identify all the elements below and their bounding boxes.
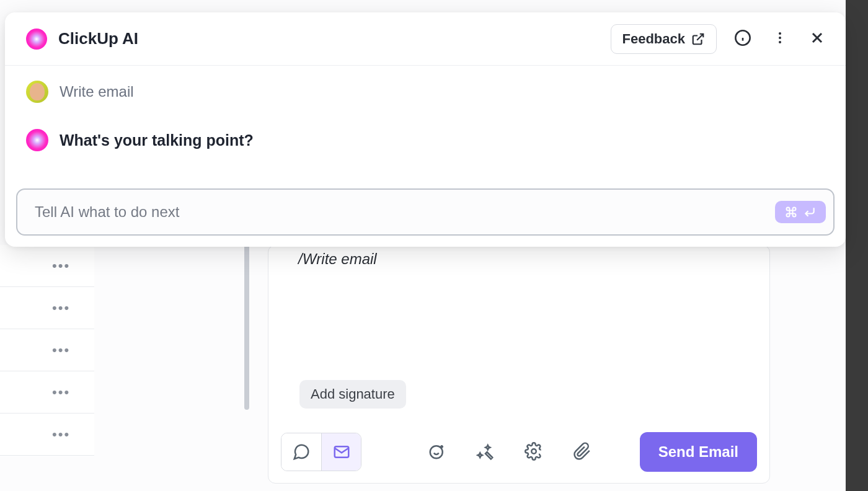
comment-mode-button[interactable]: [281, 433, 321, 471]
email-body-text[interactable]: /Write email: [298, 250, 377, 268]
sidebar-task-list: ••• ••• ••• ••• •••: [0, 245, 94, 456]
enter-icon: [804, 206, 816, 218]
list-item[interactable]: •••: [0, 245, 94, 287]
chat-bubble-icon: [292, 443, 311, 461]
svg-point-8: [779, 41, 781, 43]
send-email-button[interactable]: Send Email: [640, 432, 757, 472]
list-item[interactable]: •••: [0, 329, 94, 371]
list-item[interactable]: •••: [0, 371, 94, 414]
info-icon: [734, 29, 751, 46]
attach-button[interactable]: [570, 440, 594, 465]
more-icon: •••: [52, 259, 70, 273]
mode-toggle: [281, 433, 361, 471]
svg-point-2: [531, 449, 536, 454]
feedback-label: Feedback: [622, 31, 686, 47]
magic-wand-icon: [476, 442, 495, 461]
email-mode-button[interactable]: [321, 433, 361, 471]
ai-conversation: Write email What's your talking point?: [5, 66, 846, 188]
ai-avatar-icon: [26, 129, 48, 151]
feedback-button[interactable]: Feedback: [611, 24, 717, 54]
ai-prompt-input-container[interactable]: [16, 188, 835, 236]
more-icon: •••: [52, 301, 70, 315]
more-icon: •••: [52, 428, 70, 441]
info-button[interactable]: [730, 25, 755, 52]
gear-icon: [525, 442, 543, 461]
svg-point-7: [779, 37, 781, 39]
emoji-plus-icon: [428, 442, 446, 461]
more-icon: •••: [52, 343, 70, 357]
list-item[interactable]: •••: [0, 414, 94, 456]
user-message-row: Write email: [26, 81, 825, 103]
close-icon: [808, 29, 826, 46]
ai-input-area: [5, 188, 846, 247]
ai-prompt-input[interactable]: [35, 203, 775, 221]
ai-assistant-modal: ClickUp AI Feedback Write email What's y…: [5, 12, 846, 247]
kebab-icon: [773, 29, 787, 46]
email-toolbar: Send Email: [281, 431, 757, 472]
settings-button[interactable]: [522, 440, 546, 465]
clickup-ai-logo-icon: [26, 29, 47, 50]
toolbar-actions: Send Email: [425, 432, 757, 472]
ai-message-row: What's your talking point?: [26, 129, 825, 151]
user-avatar: [26, 81, 48, 103]
paperclip-icon: [573, 442, 591, 461]
scrollbar[interactable]: [244, 245, 249, 410]
close-button[interactable]: [805, 25, 830, 52]
mail-icon: [332, 443, 351, 461]
ai-submit-button[interactable]: [775, 201, 826, 223]
svg-point-1: [430, 446, 442, 458]
svg-point-6: [779, 32, 781, 35]
list-item[interactable]: •••: [0, 287, 94, 329]
add-signature-button[interactable]: Add signature: [299, 380, 406, 409]
user-message-text: Write email: [60, 83, 134, 100]
more-menu-button[interactable]: [769, 25, 791, 52]
ai-header-actions: Feedback: [611, 24, 830, 54]
more-icon: •••: [52, 386, 70, 399]
side-strip: [846, 0, 868, 491]
emoji-button[interactable]: [425, 440, 449, 465]
ai-modal-title: ClickUp AI: [58, 29, 138, 48]
external-link-icon: [691, 32, 705, 46]
email-composer: /Write email Add signature: [268, 245, 770, 484]
ai-message-text: What's your talking point?: [60, 131, 254, 149]
command-icon: [785, 206, 797, 218]
ai-modal-header: ClickUp AI Feedback: [5, 12, 846, 66]
ai-magic-button[interactable]: [474, 440, 497, 465]
